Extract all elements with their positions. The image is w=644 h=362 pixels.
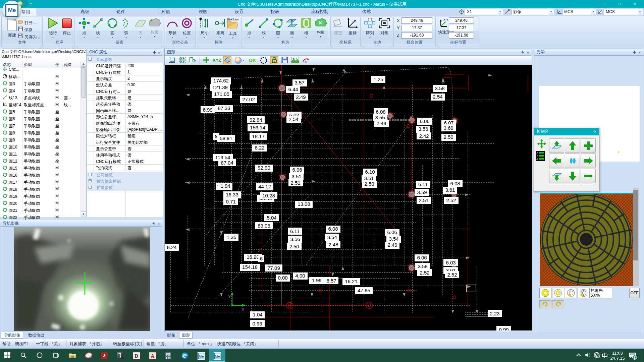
svg-text:3.60: 3.60 (443, 125, 453, 131)
svg-text:BIAS.ini: BIAS.ini (227, 18, 239, 21)
svg-text:0.93: 0.93 (252, 321, 262, 326)
svg-text:6.11: 6.11 (290, 228, 300, 234)
svg-text:Me: Me (215, 354, 220, 358)
svg-text:2.48: 2.48 (376, 120, 386, 126)
svg-text:2.50: 2.50 (443, 134, 453, 140)
svg-text:27.02: 27.02 (242, 97, 255, 102)
svg-text:2.54: 2.54 (433, 94, 442, 100)
svg-text:2: 2 (634, 356, 636, 359)
svg-text:2.49: 2.49 (387, 242, 397, 248)
svg-text:1.25: 1.25 (373, 76, 383, 82)
svg-text:2.49: 2.49 (296, 94, 306, 100)
svg-text:2.50: 2.50 (364, 181, 374, 187)
svg-text:87.04: 87.04 (221, 160, 233, 166)
svg-text:XYZ: XYZ (213, 58, 221, 63)
svg-text:3.58: 3.58 (418, 263, 427, 269)
svg-text:6.08: 6.08 (450, 181, 460, 186)
svg-text:9: 9 (215, 133, 218, 139)
svg-text:6.03: 6.03 (446, 260, 455, 265)
svg-text:2.52: 2.52 (447, 272, 457, 278)
svg-text:6.08: 6.08 (328, 226, 338, 232)
svg-text:3.57: 3.57 (294, 80, 304, 85)
svg-text:8.22: 8.22 (255, 145, 264, 150)
svg-text:2.48: 2.48 (328, 242, 338, 247)
svg-text:3.54: 3.54 (327, 234, 337, 240)
svg-text:5.04: 5.04 (267, 215, 276, 221)
svg-text:13.08: 13.08 (298, 201, 310, 207)
svg-text:OK: OK (249, 57, 256, 63)
svg-text:4.00: 4.00 (295, 273, 305, 279)
svg-text:3.59: 3.59 (417, 189, 427, 195)
svg-text:16.21: 16.21 (345, 279, 358, 284)
svg-text:171.05: 171.05 (214, 91, 229, 97)
svg-text:3.58: 3.58 (435, 85, 444, 91)
svg-text:Y: Y (228, 294, 231, 299)
svg-text:2.54: 2.54 (288, 116, 298, 122)
svg-text:3.51: 3.51 (291, 174, 301, 179)
svg-text:153.14: 153.14 (250, 125, 265, 130)
svg-text:6.11: 6.11 (418, 181, 428, 187)
svg-text:X: X (241, 307, 245, 312)
svg-text:0.00: 0.00 (278, 275, 287, 281)
svg-text:Me: Me (199, 354, 204, 358)
svg-text:1.99: 1.99 (312, 278, 321, 283)
svg-text:92.84: 92.84 (250, 117, 262, 123)
svg-text:44.12: 44.12 (258, 184, 271, 189)
svg-text:6.57: 6.57 (326, 278, 336, 284)
svg-text:3.56: 3.56 (418, 126, 428, 132)
svg-text:16.20: 16.20 (247, 254, 259, 260)
svg-text:D: D (135, 353, 139, 359)
svg-text:174.62: 174.62 (213, 78, 229, 83)
svg-text:3.54: 3.54 (389, 236, 398, 242)
svg-text:83.08: 83.08 (258, 223, 270, 229)
svg-text:6.08: 6.08 (376, 109, 385, 115)
svg-text:47.65: 47.65 (358, 288, 370, 293)
svg-text:6.06: 6.06 (292, 167, 302, 173)
svg-text:2.42: 2.42 (419, 133, 429, 139)
svg-text:2.52: 2.52 (446, 197, 456, 203)
svg-text:77.09: 77.09 (267, 265, 280, 271)
svg-text:2.52: 2.52 (420, 270, 429, 276)
svg-text:0.99: 0.99 (499, 327, 508, 330)
svg-text:10.28: 10.28 (262, 193, 275, 198)
svg-text:1.35: 1.35 (226, 234, 236, 240)
svg-text:1.94: 1.94 (220, 183, 230, 189)
svg-text:154.18: 154.18 (242, 264, 258, 270)
svg-text:6.99: 6.99 (203, 107, 212, 113)
svg-text:8.24: 8.24 (167, 244, 176, 250)
svg-text:58.91: 58.91 (220, 135, 232, 141)
svg-text:A: A (151, 353, 155, 359)
svg-text:92.90: 92.90 (258, 165, 270, 171)
svg-text:6.06: 6.06 (420, 118, 429, 124)
svg-text:0.71: 0.71 (226, 199, 235, 204)
svg-text:1.04: 1.04 (253, 312, 262, 317)
svg-text:2.23: 2.23 (490, 311, 499, 316)
svg-text:18.17: 18.17 (252, 133, 265, 139)
svg-text:6.44: 6.44 (288, 86, 298, 92)
svg-text:121.39: 121.39 (212, 84, 228, 90)
svg-text:87.33: 87.33 (218, 105, 230, 111)
svg-text:3.56: 3.56 (290, 236, 300, 242)
svg-text:6.10: 6.10 (365, 169, 375, 175)
svg-text:3.55: 3.55 (375, 115, 385, 120)
svg-text:2.50: 2.50 (289, 244, 299, 249)
svg-text:3.61: 3.61 (445, 187, 455, 193)
svg-text:2.51: 2.51 (290, 180, 300, 186)
svg-text:16.33: 16.33 (226, 192, 238, 197)
svg-text:6.06: 6.06 (387, 229, 397, 235)
svg-text:6: 6 (260, 256, 263, 261)
svg-text:3.51: 3.51 (364, 175, 374, 181)
svg-text:2.51: 2.51 (419, 197, 428, 203)
svg-text:6.06: 6.06 (417, 255, 427, 260)
